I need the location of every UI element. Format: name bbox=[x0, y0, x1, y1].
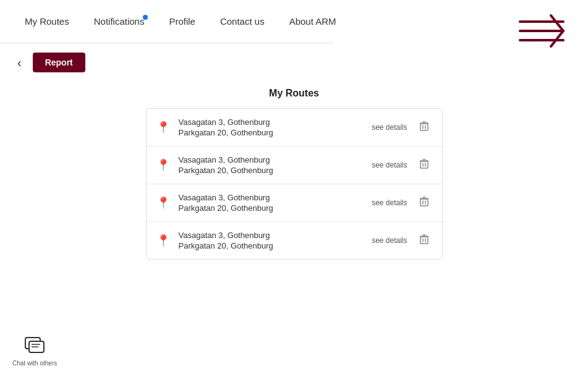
route-from: Vasagatan 3, Gothenburg bbox=[179, 155, 364, 164]
nav-item-profile[interactable]: Profile bbox=[156, 16, 208, 27]
nav-item-notifications[interactable]: Notifications bbox=[82, 16, 157, 27]
svg-rect-3 bbox=[420, 124, 428, 130]
nav-bar: My RoutesNotificationsProfileContact usA… bbox=[0, 0, 334, 43]
delete-route-button[interactable] bbox=[416, 158, 432, 172]
chat-label: Chat with others bbox=[12, 360, 57, 367]
route-item: 📍 Vasagatan 3, Gothenburg Parkgatan 20, … bbox=[147, 184, 442, 222]
route-to: Parkgatan 20, Gothenburg bbox=[179, 128, 364, 137]
see-details-link[interactable]: see details bbox=[372, 198, 407, 207]
route-from: Vasagatan 3, Gothenburg bbox=[179, 193, 364, 202]
svg-rect-18 bbox=[420, 237, 428, 244]
see-details-link[interactable]: see details bbox=[372, 123, 407, 132]
delete-route-button[interactable] bbox=[416, 195, 432, 210]
pin-icon: 📍 bbox=[156, 121, 170, 134]
route-addresses: Vasagatan 3, Gothenburg Parkgatan 20, Go… bbox=[179, 231, 364, 250]
route-addresses: Vasagatan 3, Gothenburg Parkgatan 20, Go… bbox=[179, 117, 364, 137]
report-button[interactable]: Report bbox=[33, 53, 85, 72]
back-button[interactable]: ‹ bbox=[12, 53, 27, 72]
forward-arrow-icon bbox=[514, 9, 569, 55]
pin-icon: 📍 bbox=[156, 234, 170, 247]
chat-icon bbox=[25, 337, 45, 359]
nav-item-about-arm[interactable]: About ARM bbox=[277, 16, 349, 27]
route-to: Parkgatan 20, Gothenburg bbox=[179, 241, 364, 250]
chat-widget[interactable]: Chat with others bbox=[12, 337, 57, 367]
route-to: Parkgatan 20, Gothenburg bbox=[179, 166, 364, 175]
notification-dot bbox=[143, 15, 148, 20]
delete-route-button[interactable] bbox=[416, 120, 432, 135]
see-details-link[interactable]: see details bbox=[372, 161, 407, 169]
route-from: Vasagatan 3, Gothenburg bbox=[179, 117, 364, 127]
route-from: Vasagatan 3, Gothenburg bbox=[179, 231, 364, 240]
route-item: 📍 Vasagatan 3, Gothenburg Parkgatan 20, … bbox=[147, 109, 442, 147]
toolbar: ‹ Report bbox=[0, 43, 588, 82]
svg-rect-8 bbox=[420, 161, 428, 168]
svg-rect-13 bbox=[420, 199, 428, 206]
pin-icon: 📍 bbox=[156, 158, 170, 172]
nav-item-my-routes[interactable]: My Routes bbox=[12, 16, 82, 27]
routes-container: 📍 Vasagatan 3, Gothenburg Parkgatan 20, … bbox=[146, 108, 443, 260]
main-content: My Routes 📍 Vasagatan 3, Gothenburg Park… bbox=[0, 82, 588, 272]
route-addresses: Vasagatan 3, Gothenburg Parkgatan 20, Go… bbox=[179, 193, 364, 213]
route-item: 📍 Vasagatan 3, Gothenburg Parkgatan 20, … bbox=[147, 147, 442, 184]
route-to: Parkgatan 20, Gothenburg bbox=[179, 203, 364, 213]
route-addresses: Vasagatan 3, Gothenburg Parkgatan 20, Go… bbox=[179, 155, 364, 175]
nav-item-contact-us[interactable]: Contact us bbox=[208, 16, 277, 27]
route-item: 📍 Vasagatan 3, Gothenburg Parkgatan 20, … bbox=[147, 222, 442, 259]
pin-icon: 📍 bbox=[156, 196, 170, 210]
see-details-link[interactable]: see details bbox=[372, 236, 407, 245]
section-title: My Routes bbox=[12, 88, 576, 99]
delete-route-button[interactable] bbox=[416, 233, 432, 248]
